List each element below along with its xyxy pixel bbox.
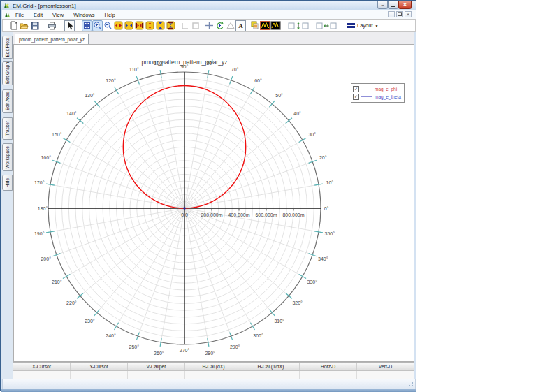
corner-marker-right-icon[interactable] xyxy=(190,20,201,31)
menu-item-file[interactable]: File xyxy=(10,12,29,18)
menu-items: FileEditViewWindowsHelp xyxy=(10,12,120,18)
sidebar-tab-label: Workspace xyxy=(5,146,10,168)
restore-icon xyxy=(398,13,402,16)
tab-pmom-pattern-pattern-polar-yz[interactable]: pmom_pattern_pattern_polar_yz xyxy=(15,34,89,44)
print-icon[interactable] xyxy=(47,20,57,31)
pointer-select-icon[interactable] xyxy=(64,20,75,31)
expand-horizontal-icon[interactable] xyxy=(113,20,124,31)
svg-text:210°: 210° xyxy=(52,280,62,284)
menu-item-windows[interactable]: Windows xyxy=(68,12,99,18)
zoom-extents-icon[interactable] xyxy=(82,20,92,31)
text-annotation-icon[interactable]: A xyxy=(235,20,246,31)
svg-text:140°: 140° xyxy=(66,111,77,116)
svg-text:60°: 60° xyxy=(254,78,262,83)
chevron-down-icon: ▼ xyxy=(375,24,379,28)
column-header-h-cal-1-dx-: H-Cal (1/dX) xyxy=(242,363,300,370)
page: EM.Grid - [pmomlesson1] – ✕ FileEditView… xyxy=(0,0,559,392)
maximize-button[interactable] xyxy=(388,1,398,9)
legend-line-sample xyxy=(361,89,372,89)
sidebar-tab-tracker[interactable]: Tracker xyxy=(2,117,13,140)
color-pick-icon[interactable] xyxy=(249,20,260,31)
legend-item: ✓mag_e_theta xyxy=(353,93,401,101)
column-header-horz-d: Horz-D xyxy=(300,363,357,370)
svg-text:120°: 120° xyxy=(106,78,116,83)
zoom-out-icon[interactable] xyxy=(103,20,113,31)
svg-text:300°: 300° xyxy=(253,333,263,338)
new-document-icon[interactable] xyxy=(8,20,19,31)
svg-text:200.000m: 200.000m xyxy=(201,212,222,217)
legend-checkbox[interactable]: ✓ xyxy=(353,86,359,92)
sync-vertical-icon[interactable] xyxy=(288,20,309,31)
tab-label: pmom_pattern_pattern_polar_yz xyxy=(19,37,85,42)
sidebar-tab-edit-graph[interactable]: Edit Graph xyxy=(2,61,13,85)
svg-text:170°: 170° xyxy=(34,180,45,185)
value-cell xyxy=(357,371,414,379)
title-bar[interactable]: EM.Grid - [pmomlesson1] – ✕ xyxy=(1,1,416,10)
sidebar-tab-hide[interactable]: Hide xyxy=(2,175,13,191)
sidebar-tab-workspace[interactable]: Workspace xyxy=(2,143,13,171)
menu-item-edit[interactable]: Edit xyxy=(29,12,48,18)
menu-item-help[interactable]: Help xyxy=(100,12,120,18)
svg-text:320°: 320° xyxy=(292,300,303,305)
svg-text:0°: 0° xyxy=(324,206,329,211)
sidebar-tab-label: Edit Plots xyxy=(5,38,10,57)
plot-panel: 0°10°20°30°40°50°60°70°80°90°100°110°120… xyxy=(13,44,414,362)
mdi-restore-button[interactable] xyxy=(396,11,403,17)
svg-text:350°: 350° xyxy=(325,231,335,236)
svg-text:30°: 30° xyxy=(308,132,316,137)
zoom-in-icon[interactable] xyxy=(92,20,103,31)
resize-grip-icon[interactable] xyxy=(407,381,414,387)
svg-text:800.000m: 800.000m xyxy=(282,212,304,217)
sidebar-tab-edit-plots[interactable]: Edit Plots xyxy=(2,36,13,59)
mdi-minimize-button[interactable]: – xyxy=(388,11,395,17)
sidebar-tab-edit-axes[interactable]: Edit Axes xyxy=(2,89,13,113)
cursor-table: X-CursorY-CursorV-CaliperH-Cal (dX)H-Cal… xyxy=(13,362,414,379)
triangle-marker-icon[interactable] xyxy=(225,20,235,31)
legend-item: ✓mag_e_phi xyxy=(353,85,401,93)
fit-horizontal-icon[interactable] xyxy=(134,20,145,31)
legend-line-sample xyxy=(361,96,372,97)
save-icon[interactable] xyxy=(29,20,40,31)
svg-text:180°: 180° xyxy=(38,206,48,211)
window-bottom-border xyxy=(1,389,416,392)
column-header-y-cursor: Y-Cursor xyxy=(71,363,128,370)
sidebar-tab-label: Edit Axes xyxy=(5,92,10,110)
legend: ✓mag_e_phi✓mag_e_theta xyxy=(351,83,405,103)
window-title: EM.Grid - [pmomlesson1] xyxy=(13,3,76,9)
svg-text:190°: 190° xyxy=(34,231,45,236)
column-header-x-cursor: X-Cursor xyxy=(13,363,71,370)
svg-text:280°: 280° xyxy=(205,351,215,356)
value-cell xyxy=(128,371,185,379)
legend-checkbox[interactable]: ✓ xyxy=(353,94,359,100)
tab-bar: pmom_pattern_pattern_polar_yz xyxy=(13,32,414,44)
fit-vertical-icon[interactable] xyxy=(166,20,176,31)
svg-text:200°: 200° xyxy=(41,256,51,261)
toolbar: A Layout ▼ xyxy=(2,19,416,32)
layout-label: Layout xyxy=(357,22,373,29)
close-button[interactable]: ✕ xyxy=(398,1,412,9)
svg-text:220°: 220° xyxy=(66,300,77,305)
mdi-close-button[interactable]: ✕ xyxy=(405,11,412,17)
svg-text:230°: 230° xyxy=(85,319,95,324)
svg-text:330°: 330° xyxy=(307,280,317,284)
cursor-table-header: X-CursorY-CursorV-CaliperH-Cal (dX)H-Cal… xyxy=(13,363,414,371)
corner-marker-left-icon[interactable] xyxy=(180,20,190,31)
app-window: EM.Grid - [pmomlesson1] – ✕ FileEditView… xyxy=(0,0,416,391)
shrink-vertical-icon[interactable] xyxy=(155,20,166,31)
value-cell xyxy=(300,371,357,379)
sync-horizontal-icon[interactable] xyxy=(316,20,337,31)
shrink-horizontal-icon[interactable] xyxy=(124,20,134,31)
value-cell xyxy=(13,371,71,379)
crosshair-icon[interactable] xyxy=(204,20,215,31)
open-file-icon[interactable] xyxy=(19,20,29,31)
expand-vertical-icon[interactable] xyxy=(145,20,155,31)
plot-thumbnail-icon[interactable] xyxy=(270,20,281,31)
svg-text:70°: 70° xyxy=(231,67,239,72)
svg-text:40°: 40° xyxy=(293,111,301,116)
plot-thumbnail-active-icon[interactable] xyxy=(260,20,270,31)
minimize-button[interactable]: – xyxy=(377,1,388,9)
layout-button[interactable]: Layout ▼ xyxy=(347,22,378,29)
rotate-axes-icon[interactable] xyxy=(215,20,225,31)
menu-item-view[interactable]: View xyxy=(48,12,68,18)
svg-text:260°: 260° xyxy=(154,351,164,356)
